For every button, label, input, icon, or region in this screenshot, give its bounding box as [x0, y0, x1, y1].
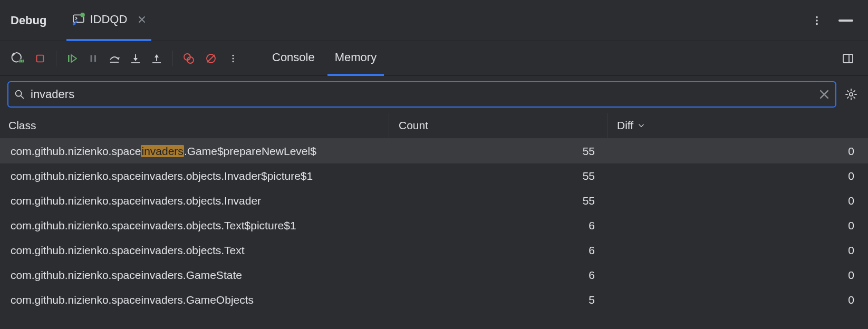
run-config-icon	[72, 13, 85, 26]
memory-table-body: com.github.nizienko.spaceinvaders.Game$p…	[0, 139, 868, 312]
diff-cell: 0	[607, 294, 868, 306]
class-filter-input[interactable]	[25, 88, 818, 101]
table-row[interactable]: com.github.nizienko.spaceinvaders.object…	[0, 213, 868, 238]
count-cell: 55	[389, 145, 607, 158]
svg-point-31	[233, 61, 234, 62]
class-name-cell: com.github.nizienko.spaceinvaders.GameSt…	[0, 269, 389, 282]
mute-breakpoints-button[interactable]	[201, 49, 220, 68]
rerun-button[interactable]	[8, 49, 27, 68]
svg-line-35	[21, 96, 24, 99]
resume-button[interactable]	[63, 49, 82, 68]
svg-point-34	[16, 91, 22, 96]
toolbar-more-icon[interactable]	[224, 49, 243, 68]
table-row[interactable]: com.github.nizienko.spaceinvaders.object…	[0, 188, 868, 213]
search-box[interactable]	[7, 81, 836, 108]
class-name-cell: com.github.nizienko.spaceinvaders.object…	[0, 170, 389, 182]
svg-rect-16	[94, 55, 96, 62]
class-name-cell: com.github.nizienko.spaceinvaders.GameOb…	[0, 294, 389, 306]
class-name-cell: com.github.nizienko.spaceinvaders.object…	[0, 219, 389, 232]
minimize-icon[interactable]	[838, 20, 853, 22]
svg-point-5	[816, 23, 818, 25]
tab-memory[interactable]: Memory	[327, 41, 384, 76]
stop-button[interactable]	[31, 49, 50, 68]
search-icon	[14, 89, 25, 100]
sort-descending-icon	[638, 122, 645, 129]
column-diff[interactable]: Diff	[607, 119, 868, 132]
diff-cell: 0	[607, 170, 868, 182]
run-config-name: IDDQD	[90, 13, 127, 26]
layout-settings-icon[interactable]	[838, 49, 857, 68]
step-out-button[interactable]	[147, 49, 166, 68]
class-name-cell: com.github.nizienko.spaceinvaders.Game$p…	[0, 145, 389, 158]
column-diff-label: Diff	[617, 119, 633, 132]
diff-cell: 0	[607, 244, 868, 257]
column-count[interactable]: Count	[389, 113, 607, 138]
svg-rect-11	[23, 60, 24, 62]
debug-panel-header: Debug IDDQD	[0, 0, 868, 41]
svg-line-28	[207, 55, 215, 62]
diff-cell: 0	[607, 145, 868, 158]
svg-marker-20	[133, 58, 138, 61]
table-row[interactable]: com.github.nizienko.spaceinvaders.GameSt…	[0, 263, 868, 287]
table-row[interactable]: com.github.nizienko.spaceinvaders.object…	[0, 163, 868, 188]
count-cell: 6	[389, 269, 607, 282]
svg-point-36	[850, 93, 853, 96]
clear-search-icon[interactable]	[818, 89, 830, 100]
count-cell: 5	[389, 294, 607, 306]
diff-cell: 0	[607, 195, 868, 207]
table-row[interactable]: com.github.nizienko.spaceinvaders.object…	[0, 238, 868, 263]
column-class[interactable]: Class	[0, 113, 389, 138]
count-cell: 6	[389, 244, 607, 257]
svg-point-29	[233, 54, 234, 56]
count-cell: 55	[389, 170, 607, 182]
svg-rect-10	[19, 60, 20, 62]
class-name-cell: com.github.nizienko.spaceinvaders.object…	[0, 244, 389, 257]
close-tab-icon[interactable]	[138, 15, 146, 24]
diff-cell: 0	[607, 219, 868, 232]
svg-point-30	[233, 57, 234, 59]
svg-rect-32	[843, 54, 853, 63]
more-options-icon[interactable]	[811, 15, 823, 26]
svg-marker-14	[71, 55, 76, 62]
tab-console[interactable]: Console	[265, 41, 322, 76]
step-over-button[interactable]	[105, 49, 124, 68]
class-name-cell: com.github.nizienko.spaceinvaders.object…	[0, 195, 389, 207]
svg-rect-13	[68, 55, 70, 62]
svg-rect-12	[37, 55, 44, 62]
svg-rect-15	[91, 55, 92, 62]
count-cell: 6	[389, 219, 607, 232]
svg-point-3	[816, 16, 818, 18]
view-breakpoints-button[interactable]	[179, 49, 198, 68]
svg-marker-23	[155, 54, 159, 57]
svg-point-2	[81, 13, 85, 17]
svg-point-4	[816, 20, 818, 22]
table-row[interactable]: com.github.nizienko.spaceinvaders.Game$p…	[0, 139, 868, 163]
svg-marker-6	[13, 53, 16, 56]
table-row[interactable]: com.github.nizienko.spaceinvaders.GameOb…	[0, 287, 868, 312]
memory-settings-icon[interactable]	[842, 85, 861, 104]
debug-view-tabs: Console Memory	[265, 41, 384, 76]
step-into-button[interactable]	[126, 49, 145, 68]
memory-table-header: Class Count Diff	[0, 113, 868, 139]
diff-cell: 0	[607, 269, 868, 282]
debug-toolbar: Console Memory	[0, 41, 868, 76]
pause-button[interactable]	[84, 49, 103, 68]
memory-search-row	[0, 76, 868, 113]
run-config-tab[interactable]: IDDQD	[66, 0, 151, 41]
debug-title: Debug	[11, 14, 46, 27]
count-cell: 55	[389, 195, 607, 207]
